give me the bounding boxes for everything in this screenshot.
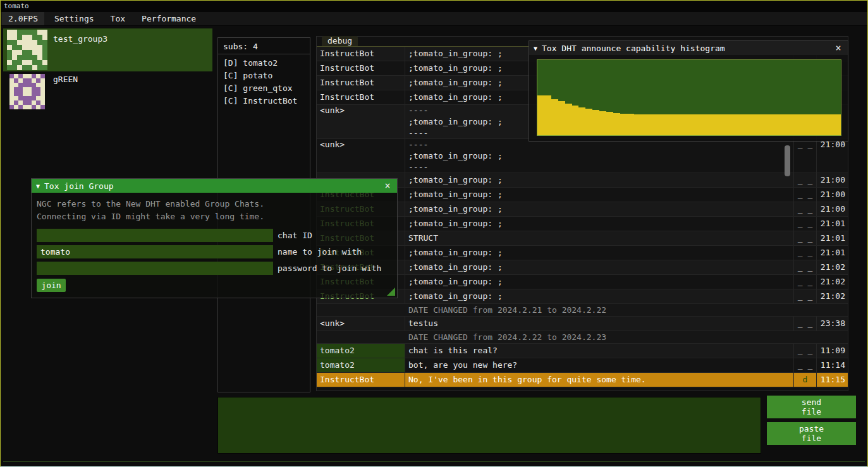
message-sender: <unk> — [317, 139, 405, 173]
join-info-line-2: Connecting via ID might take a very long… — [37, 210, 392, 223]
subs-header: subs: 4 — [218, 38, 310, 54]
histogram-bar — [772, 114, 779, 135]
subs-list-item[interactable]: [C] green_qtox — [218, 82, 310, 95]
message-status-flags: _ _ — [793, 275, 816, 289]
send-file-label: send file — [797, 397, 827, 416]
message-text: ---- ;tomato_in_group: ; ---- — [405, 139, 793, 173]
group-avatar — [9, 74, 45, 109]
message-status-flags: _ _ — [793, 317, 816, 331]
message-status-flags: _ _ — [793, 289, 816, 303]
histogram-bar — [682, 114, 689, 135]
app-window: tomato 2.0FPSSettingsToxPerformance test… — [0, 0, 868, 467]
message-input[interactable] — [217, 397, 761, 454]
menu-item-2.0fps[interactable]: 2.0FPS — [2, 12, 44, 25]
date-separator-row: DATE CHANGED from 2024.2.22 to 2024.2.23 — [317, 331, 848, 344]
message-status-flags: _ _ — [793, 217, 816, 231]
join-info-line-1: NGC refers to the New DHT enabled Group … — [37, 198, 392, 210]
resize-grip[interactable] — [387, 288, 395, 296]
group-name: gREEN — [53, 75, 78, 84]
message-status-flags: _ _ — [793, 188, 816, 202]
join-password-input[interactable] — [37, 262, 273, 275]
message-timestamp: 11:15 — [816, 373, 848, 387]
histogram-bar — [723, 114, 730, 135]
message-text: ;tomato_in_group: ; — [405, 188, 793, 202]
message-row[interactable]: <unk>testus_ _23:38 — [317, 317, 848, 331]
group-avatar — [7, 30, 47, 70]
message-text: bot, are you new here? — [405, 358, 793, 372]
chat-scrollbar-thumb[interactable] — [785, 145, 790, 176]
message-row[interactable]: tomato2chat is this real?_ _11:09 — [317, 344, 848, 358]
histogram-bar — [786, 114, 793, 135]
histogram-bar — [565, 104, 572, 135]
subs-list-item[interactable]: [C] InstructBot — [218, 95, 310, 107]
chat-id-input[interactable] — [37, 229, 273, 242]
close-icon[interactable]: × — [833, 42, 843, 54]
message-sender: tomato2 — [317, 358, 405, 372]
message-text: No, I've been in this group for quite so… — [405, 373, 793, 387]
tab-debug[interactable]: debug — [322, 36, 358, 46]
histogram-bar — [689, 114, 696, 135]
histogram-bar — [599, 111, 606, 135]
message-timestamp: 21:02 — [816, 275, 848, 289]
message-status-flags: _ _ — [793, 344, 816, 358]
join-group-titlebar[interactable]: ▼ Tox join Group × — [32, 179, 397, 193]
collapse-arrow-icon[interactable]: ▼ — [36, 183, 40, 190]
message-timestamp: 21:00 — [816, 173, 848, 187]
message-sender: tomato2 — [317, 344, 405, 358]
join-password-label: password to join with — [278, 264, 381, 273]
message-row[interactable]: <unk>---- ;tomato_in_group: ; ----_ _21:… — [317, 139, 848, 173]
message-timestamp: 21:00 — [816, 202, 848, 216]
message-status-flags: _ _ — [793, 202, 816, 216]
menu-item-performance[interactable]: Performance — [135, 12, 202, 25]
subs-list-item[interactable]: [C] potato — [218, 70, 310, 82]
histogram-bar — [703, 114, 710, 135]
histogram-bar — [648, 114, 655, 135]
message-status-flags: _ _ — [793, 358, 816, 372]
chat-id-label: chat ID — [278, 231, 312, 240]
dht-histogram-titlebar[interactable]: ▼ Tox DHT announce capability histogram … — [529, 41, 848, 55]
subs-list-item[interactable]: [D] tomato2 — [218, 57, 310, 70]
join-button[interactable]: join — [37, 279, 66, 292]
message-status-flags: _ _ — [793, 246, 816, 260]
message-status-flags: _ _ — [793, 139, 816, 173]
message-sender: <unk> — [317, 105, 405, 138]
message-timestamp: 21:00 — [816, 188, 848, 202]
histogram-bar — [627, 114, 634, 135]
histogram-bar — [544, 95, 551, 135]
sidebar-item-test_group3[interactable]: test_group3 — [3, 28, 212, 71]
message-text: ;tomato_in_group: ; — [405, 202, 793, 216]
join-group-window: ▼ Tox join Group × NGC refers to the New… — [31, 178, 398, 298]
join-name-input[interactable]: tomato — [37, 245, 273, 258]
menu-item-tox[interactable]: Tox — [104, 12, 131, 25]
message-row[interactable]: InstructBotNo, I've been in this group f… — [317, 373, 848, 387]
message-text: ;tomato_in_group: ; — [405, 217, 793, 231]
menu-item-settings[interactable]: Settings — [48, 12, 101, 25]
histogram-bar — [578, 107, 585, 135]
histogram-bar — [779, 114, 786, 135]
message-status-flags: _ _ — [793, 231, 816, 245]
collapse-arrow-icon[interactable]: ▼ — [534, 45, 537, 52]
histogram-bar — [551, 99, 558, 135]
send-file-button[interactable]: send file — [767, 396, 856, 418]
paste-file-button[interactable]: paste file — [767, 422, 856, 445]
histogram-bar — [613, 113, 620, 135]
message-row[interactable]: tomato2bot, are you new here?_ _11:14 — [317, 358, 848, 373]
histogram-bar — [744, 114, 751, 135]
histogram-plot — [537, 59, 841, 136]
histogram-bar — [806, 114, 813, 135]
main-window-bottom-border — [3, 461, 865, 462]
histogram-bar — [710, 114, 717, 135]
os-titlebar[interactable]: tomato — [1, 1, 867, 12]
message-text: ;tomato_in_group: ; — [405, 246, 793, 260]
message-text: STRUCT — [405, 231, 793, 245]
message-timestamp: 21:01 — [816, 231, 848, 245]
histogram-bar — [737, 114, 744, 135]
subs-list: [D] tomato2[C] potato[C] green_qtox[C] I… — [218, 54, 310, 107]
histogram-bar — [799, 114, 806, 135]
histogram-bar — [696, 114, 703, 135]
histogram-bar — [606, 112, 613, 135]
histogram-bar — [751, 114, 758, 135]
message-timestamp: 21:02 — [816, 289, 848, 303]
close-icon[interactable]: × — [382, 180, 393, 191]
sidebar-item-gREEN[interactable]: gREEN — [3, 71, 212, 111]
